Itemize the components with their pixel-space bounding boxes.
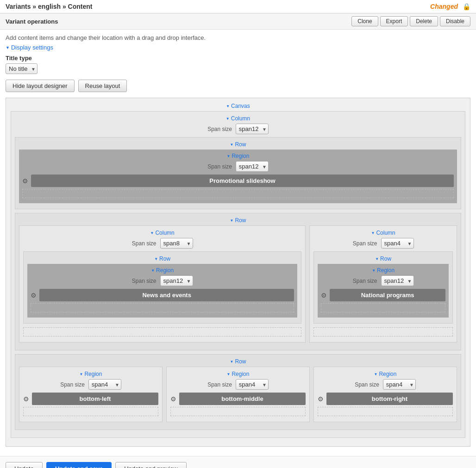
col-bottom-right: ▼ Region Span size span4 span8 span12 [313, 367, 457, 422]
gear-icon-bottom-right[interactable]: ⚙ [318, 395, 324, 403]
canvas-triangle: ▼ [226, 104, 230, 108]
span-row-region-1: Span size span12 span8 span4 ▼ [22, 161, 454, 172]
region-label-1: ▼ Region [22, 153, 454, 159]
description-text: Add content items and change their locat… [6, 34, 470, 41]
top-bar: Variants » english » Content Changed 🔒 [0, 0, 476, 13]
span-size-label-1: Span size [207, 126, 232, 132]
dashed-drop-area-col-left [23, 327, 301, 337]
span-select-col-right[interactable]: span4 span8 span12 [381, 238, 414, 249]
region-left-label: ▼ Region [31, 267, 294, 274]
dashed-drop-area-right [321, 303, 445, 312]
row-section-3: ▼ Row ▼ Region Span size [15, 354, 461, 430]
span-select-region-left[interactable]: span12 span8 span4 [160, 275, 193, 286]
gear-icon-news[interactable]: ⚙ [31, 292, 37, 299]
bottom-left-item: ⚙ bottom-left [23, 393, 158, 405]
col-right-span-row: Span size span4 span8 span12 ▼ [313, 238, 453, 249]
dashed-drop-area-bottom-left [23, 407, 158, 416]
bottom-actions: Update Update and save Update and previe… [0, 456, 476, 468]
row-label-2: ▼ Row [19, 217, 457, 224]
bottom-right-block: bottom-right [326, 393, 453, 405]
region-bottom-left-label: ▼ Region [23, 371, 158, 377]
row-inside-right: ▼ Row ▼ Region Span size [313, 251, 453, 324]
region-bottom-right-label: ▼ Region [318, 371, 453, 377]
display-settings-label: Display settings [11, 44, 53, 51]
bottom-left-block: bottom-left [32, 393, 158, 405]
ops-bar: Variant operations Clone Export Delete D… [0, 13, 476, 30]
promotional-slideshow-item: ⚙ Promotional slideshow [22, 175, 454, 187]
layout-buttons: Hide layout designer Reuse layout [6, 80, 470, 92]
span-select-bottom-right[interactable]: span4 span8 span12 [383, 379, 416, 390]
column-outer: ▼ Column Span size span12 span8 span4 ▼ … [11, 111, 465, 438]
row-section-2: ▼ Row ▼ Column Span size [15, 213, 461, 350]
span-select-bottom-left[interactable]: span4 span8 span12 [88, 379, 121, 390]
dashed-drop-area-bottom-middle [170, 407, 306, 416]
col-bottom-left: ▼ Region Span size span4 span8 span12 [19, 367, 163, 422]
row-inside-left-label: ▼ Row [27, 256, 297, 262]
gear-icon-national[interactable]: ⚙ [321, 292, 327, 299]
display-settings-link[interactable]: ▼ Display settings [6, 44, 470, 51]
top-right-area: Changed 🔒 [430, 3, 470, 10]
dashed-drop-area-left [31, 303, 294, 312]
layout-designer: ▼ Canvas ▼ Column Span size span12 span8… [6, 98, 470, 447]
update-button[interactable]: Update [6, 462, 43, 468]
bottom-middle-item: ⚙ bottom-middle [170, 393, 306, 405]
row-label-3: ▼ Row [19, 358, 457, 365]
disable-button[interactable]: Disable [440, 16, 470, 26]
export-button[interactable]: Export [380, 16, 408, 26]
dashed-drop-area-col-right [313, 327, 453, 337]
title-type-select-wrap: No title H1 H2 H3 ▼ [6, 63, 38, 74]
col-bottom-middle: ▼ Region Span size span4 span8 span12 [166, 367, 310, 422]
region-right-label: ▼ Region [321, 267, 445, 274]
update-preview-button[interactable]: Update and preview [115, 462, 187, 468]
span-select-region-1[interactable]: span12 span8 span4 [236, 161, 269, 172]
delete-button[interactable]: Delete [410, 16, 438, 26]
gear-icon-slideshow[interactable]: ⚙ [22, 177, 28, 185]
news-events-block: News and events [39, 289, 294, 301]
span-select-wrap-1: span12 span8 span4 ▼ [236, 124, 269, 134]
bottom-right-item: ⚙ bottom-right [318, 393, 453, 405]
changed-label: Changed [430, 3, 458, 10]
national-programs-item: ⚙ National programs [321, 289, 445, 301]
region-left: ▼ Region Span size span12 span8 [27, 264, 297, 318]
row-label-1: ▼ Row [19, 141, 457, 148]
three-col-layout: ▼ Region Span size span4 span8 span12 [19, 367, 457, 426]
title-type-select[interactable]: No title H1 H2 H3 [6, 63, 38, 74]
display-settings-triangle: ▼ [6, 45, 10, 50]
span-select-bottom-middle[interactable]: span4 span8 span12 [236, 379, 269, 390]
dashed-drop-area-bottom-right [318, 407, 453, 416]
span-select-1[interactable]: span12 span8 span4 [236, 124, 269, 134]
col-left-span8: ▼ Column Span size span8 span4 span12 [19, 225, 306, 343]
two-col-layout: ▼ Column Span size span8 span4 span12 [19, 225, 457, 346]
column-label-1: ▼ Column [15, 115, 461, 122]
canvas-label: ▼ Canvas [11, 103, 465, 109]
dashed-drop-area-1 [22, 189, 454, 198]
row-inside-left: ▼ Row ▼ Region Span size [23, 251, 301, 324]
region-bottom-middle-label: ▼ Region [170, 371, 306, 377]
gear-icon-bottom-left[interactable]: ⚙ [23, 395, 29, 403]
gear-icon-bottom-middle[interactable]: ⚙ [170, 395, 176, 403]
row-inside-right-label: ▼ Row [318, 256, 449, 262]
breadcrumb: Variants » english » Content [6, 3, 93, 10]
bottom-middle-block: bottom-middle [179, 393, 306, 405]
col-left-label: ▼ Column [23, 230, 301, 236]
col-left-span-row: Span size span8 span4 span12 ▼ [23, 238, 301, 249]
update-save-button[interactable]: Update and save [46, 462, 112, 468]
col-right-label: ▼ Column [313, 230, 453, 236]
region-right: ▼ Region Span size span12 span8 [318, 264, 449, 318]
reuse-layout-button[interactable]: Reuse layout [78, 80, 127, 92]
region-box-1: ▼ Region Span size span12 span8 span4 ▼ [19, 150, 457, 203]
national-programs-block: National programs [330, 289, 445, 301]
title-type-label: Title type [6, 55, 470, 62]
main-content: Add content items and change their locat… [0, 30, 476, 451]
span-select-col-left[interactable]: span8 span4 span12 [160, 238, 193, 249]
ops-buttons: Clone Export Delete Disable [351, 16, 470, 26]
row-section-1: ▼ Row ▼ Region Span size span12 s [15, 137, 461, 209]
promotional-slideshow-block: Promotional slideshow [31, 175, 454, 187]
col-right-span4: ▼ Column Span size span4 span8 span12 [309, 225, 457, 343]
span-select-region-right[interactable]: span12 span8 span4 [381, 275, 414, 286]
hide-layout-button[interactable]: Hide layout designer [6, 80, 75, 92]
news-events-item: ⚙ News and events [31, 289, 294, 301]
span-row-1: Span size span12 span8 span4 ▼ [15, 124, 461, 134]
clone-button[interactable]: Clone [351, 16, 378, 26]
variant-operations-label: Variant operations [6, 18, 58, 25]
